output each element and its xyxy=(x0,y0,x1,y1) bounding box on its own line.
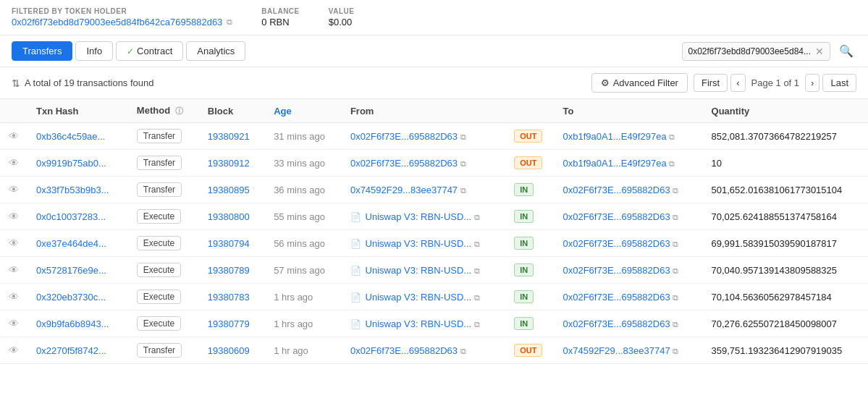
filter-chip-close-icon[interactable]: ✕ xyxy=(815,46,824,57)
tab-analytics[interactable]: Analytics xyxy=(186,41,245,61)
block-cell: 19380895 xyxy=(199,177,265,203)
to-copy-icon[interactable]: ⧉ xyxy=(669,132,675,141)
block-link[interactable]: 19380609 xyxy=(208,345,250,356)
block-link[interactable]: 19380895 xyxy=(208,185,250,195)
tx-hash-link[interactable]: 0xb36c4c59ae... xyxy=(36,131,105,142)
tab-info[interactable]: Info xyxy=(75,41,113,61)
txhash-cell: 0x2270f5f8742... xyxy=(28,337,128,364)
to-copy-icon[interactable]: ⧉ xyxy=(673,347,678,355)
eye-icon[interactable]: 👁 xyxy=(9,130,19,142)
eye-icon[interactable]: 👁 xyxy=(9,237,19,249)
eye-icon[interactable]: 👁 xyxy=(9,264,19,276)
tx-hash-link[interactable]: 0x2270f5f8742... xyxy=(36,345,106,356)
from-copy-icon[interactable]: ⧉ xyxy=(474,266,480,275)
method-badge: Transfer xyxy=(137,156,182,170)
from-copy-icon[interactable]: ⧉ xyxy=(460,159,466,168)
tab-contract[interactable]: ✓ Contract xyxy=(116,41,183,61)
from-cell: 📄 Uniswap V3: RBN-USD... ⧉ xyxy=(342,284,505,310)
from-copy-icon[interactable]: ⧉ xyxy=(460,347,466,355)
to-link[interactable]: 0x02F6f73E...695882D63 xyxy=(562,211,670,222)
from-copy-icon[interactable]: ⧉ xyxy=(474,240,480,248)
txhash-cell: 0x9b9fa6b8943... xyxy=(28,310,128,337)
to-link[interactable]: 0x02F6f73E...695882D63 xyxy=(562,292,670,303)
eye-icon[interactable]: 👁 xyxy=(9,184,19,195)
eye-icon[interactable]: 👁 xyxy=(9,318,19,329)
contract-icon: 📄 xyxy=(350,212,361,222)
to-copy-icon[interactable]: ⧉ xyxy=(673,240,678,248)
dir-cell: OUT xyxy=(505,337,554,364)
eye-icon[interactable]: 👁 xyxy=(9,291,19,303)
from-copy-icon[interactable]: ⧉ xyxy=(460,132,466,141)
quantity-value: 70,276.625507218450098007 xyxy=(712,318,838,329)
token-address-copy-icon[interactable]: ⧉ xyxy=(227,17,232,27)
from-link[interactable]: 0x02F6f73E...695882D63 xyxy=(350,131,458,142)
to-copy-icon[interactable]: ⧉ xyxy=(673,186,678,195)
eye-icon[interactable]: 👁 xyxy=(9,345,19,356)
quantity-cell: 359,751.193236412907919035 xyxy=(703,337,868,364)
from-link[interactable]: Uniswap V3: RBN-USD... xyxy=(366,318,472,329)
block-link[interactable]: 19380779 xyxy=(208,318,250,329)
to-link[interactable]: 0x02F6f73E...695882D63 xyxy=(562,265,670,276)
advanced-filter-button[interactable]: ⚙ Advanced Filter xyxy=(591,73,688,93)
from-link[interactable]: Uniswap V3: RBN-USD... xyxy=(366,265,472,276)
eye-cell: 👁 xyxy=(0,284,28,310)
to-link[interactable]: 0x02F6f73E...695882D63 xyxy=(562,238,670,249)
dir-cell: IN xyxy=(505,284,554,310)
search-button[interactable]: 🔍 xyxy=(836,41,856,61)
to-link[interactable]: 0x02F6f73E...695882D63 xyxy=(562,318,670,329)
from-link[interactable]: Uniswap V3: RBN-USD... xyxy=(366,238,472,249)
col-to: To xyxy=(554,99,702,123)
from-link[interactable]: Uniswap V3: RBN-USD... xyxy=(366,292,472,303)
from-copy-icon[interactable]: ⧉ xyxy=(474,320,480,329)
block-link[interactable]: 19380794 xyxy=(208,238,250,249)
tx-hash-link[interactable]: 0x320eb3730c... xyxy=(36,292,106,303)
tx-hash-link[interactable]: 0x9919b75ab0... xyxy=(36,158,106,169)
to-copy-icon[interactable]: ⧉ xyxy=(673,293,678,302)
tab-transfers[interactable]: Transfers xyxy=(12,41,72,61)
block-link[interactable]: 19380789 xyxy=(208,265,250,276)
to-link[interactable]: 0x74592F29...83ee37747 xyxy=(562,345,670,356)
from-link[interactable]: 0x02F6f73E...695882D63 xyxy=(350,345,458,356)
tx-hash-link[interactable]: 0xe37e464de4... xyxy=(36,238,106,249)
from-cell: 📄 Uniswap V3: RBN-USD... ⧉ xyxy=(342,230,505,257)
to-copy-icon[interactable]: ⧉ xyxy=(673,320,678,329)
block-link[interactable]: 19380912 xyxy=(208,158,250,169)
pagination: First ‹ Page 1 of 1 › Last xyxy=(694,74,856,92)
age-text: 36 mins ago xyxy=(274,185,325,195)
from-link[interactable]: 0x74592F29...83ee37747 xyxy=(350,185,458,195)
age-text: 31 mins ago xyxy=(274,131,325,142)
eye-icon[interactable]: 👁 xyxy=(9,157,19,169)
method-badge: Execute xyxy=(137,209,181,224)
to-link[interactable]: 0xb1f9a0A1...E49f297ea xyxy=(562,131,666,142)
tx-hash-link[interactable]: 0x0c10037283... xyxy=(36,211,106,222)
method-badge: Transfer xyxy=(137,182,182,197)
to-copy-icon[interactable]: ⧉ xyxy=(669,159,675,168)
to-link[interactable]: 0xb1f9a0A1...E49f297ea xyxy=(562,158,666,169)
prev-page-button[interactable]: ‹ xyxy=(730,74,745,92)
age-text: 56 mins ago xyxy=(274,238,325,249)
block-link[interactable]: 19380800 xyxy=(208,211,250,222)
from-copy-icon[interactable]: ⧉ xyxy=(460,186,466,195)
from-link[interactable]: 0x02F6f73E...695882D63 xyxy=(350,158,458,169)
tx-hash-link[interactable]: 0x33f7b53b9b3... xyxy=(36,185,109,195)
to-copy-icon[interactable]: ⧉ xyxy=(673,266,678,275)
direction-badge: IN xyxy=(514,237,534,250)
age-cell: 31 mins ago xyxy=(265,123,342,150)
next-page-button[interactable]: › xyxy=(805,74,819,92)
first-page-button[interactable]: First xyxy=(694,74,728,92)
block-link[interactable]: 19380783 xyxy=(208,292,250,303)
tx-hash-link[interactable]: 0x5728176e9e... xyxy=(36,265,106,276)
to-link[interactable]: 0x02F6f73E...695882D63 xyxy=(562,185,670,195)
from-cell: 📄 Uniswap V3: RBN-USD... ⧉ xyxy=(342,310,505,337)
from-link[interactable]: Uniswap V3: RBN-USD... xyxy=(366,211,472,222)
block-link[interactable]: 19380921 xyxy=(208,131,250,142)
tx-hash-link[interactable]: 0x9b9fa6b8943... xyxy=(36,318,109,329)
to-copy-icon[interactable]: ⧉ xyxy=(673,213,678,221)
eye-icon[interactable]: 👁 xyxy=(9,211,19,222)
contract-icon: 📄 xyxy=(350,292,361,303)
filter-chip-value: 0x02f6f73ebd8d79003ee5d84... xyxy=(688,46,812,56)
direction-badge: IN xyxy=(514,183,534,196)
last-page-button[interactable]: Last xyxy=(822,74,856,92)
from-copy-icon[interactable]: ⧉ xyxy=(474,213,480,221)
from-copy-icon[interactable]: ⧉ xyxy=(474,293,480,302)
